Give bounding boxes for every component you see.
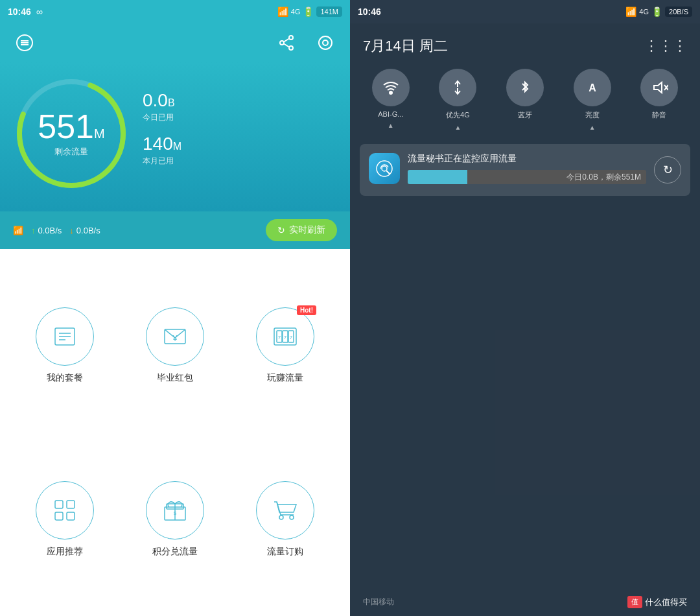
upload-icon: ↑ bbox=[31, 226, 36, 235]
data-section: 551M 剩余流量 0.0B 今日已用 140M 本月已用 bbox=[0, 62, 350, 211]
svg-point-5 bbox=[280, 41, 284, 45]
svg-text:A: A bbox=[589, 82, 596, 93]
svg-point-42 bbox=[382, 166, 387, 171]
svg-point-9 bbox=[319, 36, 332, 49]
quick-btn-circle-mute bbox=[640, 69, 678, 106]
speed-info: 📶 ↑ 0.0B/s ↓ 0.0B/s bbox=[13, 226, 259, 235]
notif-header: 7月14日 周二 ⋮⋮⋮ bbox=[350, 23, 700, 62]
svg-rect-27 bbox=[67, 501, 75, 508]
bottom-right: 中国移动 值 什么值得买 bbox=[350, 588, 700, 616]
menu-circle-gift: $ bbox=[146, 481, 204, 539]
notif-refresh-button[interactable]: ↻ bbox=[654, 156, 681, 184]
svg-line-7 bbox=[284, 39, 289, 42]
notification-panel: 7月14日 周二 ⋮⋮⋮ ABI-G... ▲ bbox=[350, 23, 700, 616]
download-speed: ↓ 0.0B/s bbox=[69, 226, 100, 235]
notification-card[interactable]: 流量秘书正在监控应用流量 今日0.0B，剩余551M ↻ bbox=[360, 144, 690, 196]
today-label: 今日已用 bbox=[143, 112, 337, 123]
infinity-icon: ∞ bbox=[36, 6, 43, 17]
smzdm-badge: 值 bbox=[627, 596, 642, 608]
quick-btn-bluetooth[interactable]: 蓝牙 bbox=[506, 69, 544, 131]
svg-point-36 bbox=[390, 91, 392, 94]
notif-title: 流量秘书正在监控应用流量 bbox=[408, 153, 646, 165]
remaining-number: 551 bbox=[38, 108, 94, 145]
month-stat: 140M 本月已用 bbox=[143, 134, 337, 167]
refresh-button[interactable]: ↻ 实时刷新 bbox=[266, 219, 337, 241]
network-type-left: 4G bbox=[291, 8, 301, 16]
svg-marker-38 bbox=[654, 82, 662, 93]
refresh-icon: ↻ bbox=[277, 225, 285, 235]
menu-circle-envelope: ¥ bbox=[146, 307, 204, 366]
month-label: 本月已用 bbox=[143, 156, 337, 167]
menu-item-slots[interactable]: Hot! 7 7 7 玩赚流量 bbox=[233, 262, 337, 429]
quick-btn-wifi[interactable]: ABI-G... ▲ bbox=[372, 69, 410, 131]
svg-rect-28 bbox=[55, 512, 63, 520]
menu-label-slots: 玩赚流量 bbox=[267, 372, 303, 384]
menu-circle-slots: Hot! 7 7 7 bbox=[256, 307, 314, 366]
notif-progress-fill bbox=[408, 170, 467, 184]
menu-item-package[interactable]: 我的套餐 bbox=[13, 262, 117, 429]
svg-point-4 bbox=[289, 36, 293, 40]
network-type-right: 4G bbox=[639, 8, 649, 16]
upload-value: 0.0B/s bbox=[38, 226, 62, 235]
remaining-unit: M bbox=[94, 126, 105, 141]
quick-label-4g: 优先4G bbox=[446, 110, 470, 120]
quick-btn-4g[interactable]: 优先4G ▲ bbox=[439, 69, 476, 131]
quick-btn-mute[interactable]: 静音 bbox=[640, 69, 678, 131]
remaining-label: 剩余流量 bbox=[38, 146, 104, 158]
svg-point-10 bbox=[323, 40, 328, 45]
data-stats: 0.0B 今日已用 140M 本月已用 bbox=[143, 90, 337, 177]
wifi-signal-icon: 📶 bbox=[277, 6, 288, 17]
notif-progress-bar: 今日0.0B，剩余551M bbox=[408, 170, 646, 184]
download-icon: ↓ bbox=[69, 226, 74, 235]
menu-item-apps[interactable]: 应用推荐 bbox=[13, 436, 117, 603]
svg-point-35 bbox=[290, 515, 294, 519]
quick-label-bluetooth: 蓝牙 bbox=[518, 110, 532, 120]
battery-icon-left: 🔋 bbox=[303, 6, 314, 17]
svg-text:7: 7 bbox=[290, 335, 293, 340]
time-left: 10:46 bbox=[8, 6, 31, 17]
settings-button[interactable] bbox=[314, 31, 337, 54]
refresh-label: 实时刷新 bbox=[289, 224, 325, 236]
app-header bbox=[0, 23, 350, 62]
download-value: 0.0B/s bbox=[76, 226, 100, 235]
menu-item-cart[interactable]: 流量订购 bbox=[233, 436, 337, 603]
brightness-sub: ▲ bbox=[589, 124, 596, 131]
status-bar-left: 10:46 ∞ 📶 4G 🔋 141M bbox=[0, 0, 350, 23]
today-stat: 0.0B 今日已用 bbox=[143, 90, 337, 123]
wifi-sub: ▲ bbox=[388, 122, 394, 129]
data-badge-right: 20B/S bbox=[665, 6, 692, 17]
svg-rect-29 bbox=[67, 512, 75, 520]
menu-label-package: 我的套餐 bbox=[47, 372, 83, 384]
smzdm-name: 什么值得买 bbox=[645, 597, 687, 608]
notif-progress-text: 今日0.0B，剩余551M bbox=[566, 172, 641, 183]
today-unit: B bbox=[168, 97, 175, 108]
status-icons-left: 📶 4G 🔋 141M bbox=[277, 6, 342, 17]
battery-icon-right: 🔋 bbox=[651, 6, 662, 17]
quick-btn-brightness[interactable]: A 亮度 ▲ bbox=[574, 69, 611, 131]
carrier-text: 中国移动 bbox=[363, 597, 394, 608]
right-panel: 10:46 📶 4G 🔋 20B/S 7月14日 周二 ⋮⋮⋮ bbox=[350, 0, 700, 616]
date-display: 7月14日 周二 bbox=[363, 36, 448, 56]
quick-label-mute: 静音 bbox=[652, 110, 666, 120]
left-panel: 10:46 ∞ 📶 4G 🔋 141M bbox=[0, 0, 350, 616]
share-button[interactable] bbox=[275, 31, 298, 54]
time-right: 10:46 bbox=[358, 6, 381, 17]
svg-point-34 bbox=[279, 515, 283, 519]
status-bar-right: 10:46 📶 4G 🔋 20B/S bbox=[350, 0, 700, 23]
month-number: 140 bbox=[143, 134, 173, 154]
menu-item-envelope[interactable]: ¥ 毕业红包 bbox=[123, 262, 227, 429]
menu-circle-package bbox=[36, 307, 94, 366]
menu-circle-cart bbox=[256, 481, 314, 539]
grid-icon[interactable]: ⋮⋮⋮ bbox=[644, 38, 687, 54]
menu-button[interactable] bbox=[13, 31, 36, 54]
data-circle: 551M 剩余流量 bbox=[13, 75, 130, 192]
svg-line-43 bbox=[387, 171, 390, 174]
status-icons-right: 📶 4G 🔋 20B/S bbox=[625, 6, 692, 17]
quick-label-wifi: ABI-G... bbox=[378, 110, 403, 118]
menu-label-envelope: 毕业红包 bbox=[157, 372, 193, 384]
quick-btn-circle-bluetooth bbox=[506, 69, 544, 106]
quick-settings: ABI-G... ▲ 优先4G ▲ 蓝 bbox=[350, 62, 700, 144]
svg-text:$: $ bbox=[174, 510, 177, 516]
menu-item-gift[interactable]: $ 积分兑流量 bbox=[123, 436, 227, 603]
menu-circle-apps bbox=[36, 481, 94, 539]
